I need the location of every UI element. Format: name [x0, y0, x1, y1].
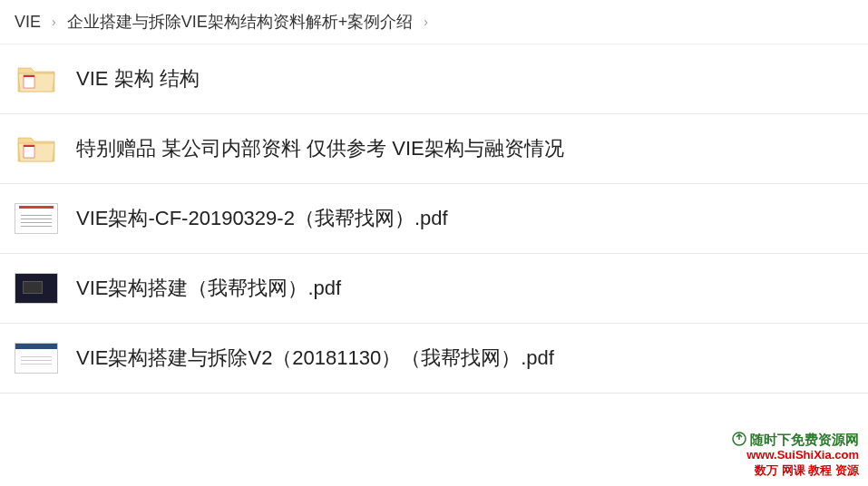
breadcrumb-item-root[interactable]: VIE	[15, 13, 41, 32]
breadcrumb: VIE › 企业搭建与拆除VIE架构结构资料解析+案例介绍 ›	[0, 0, 868, 44]
list-item[interactable]: VIE架构搭建与拆除V2（20181130）（我帮找网）.pdf	[0, 324, 868, 394]
svg-rect-1	[24, 75, 34, 77]
watermark-logo: 随时下免费资源网	[732, 431, 859, 449]
list-item[interactable]: VIE 架构 结构	[0, 44, 868, 114]
file-name: VIE架构搭建（我帮找网）.pdf	[76, 275, 341, 302]
svg-rect-2	[24, 145, 34, 158]
file-name: VIE架构-CF-20190329-2（我帮找网）.pdf	[76, 205, 448, 232]
svg-rect-3	[24, 145, 34, 147]
list-item[interactable]: VIE架构-CF-20190329-2（我帮找网）.pdf	[0, 184, 868, 254]
file-name: 特别赠品 某公司内部资料 仅供参考 VIE架构与融资情况	[76, 135, 564, 162]
watermark: 随时下免费资源网 www.SuiShiXia.com 数万 网课 教程 资源	[732, 431, 859, 479]
pdf-thumbnail-icon	[15, 200, 58, 237]
pdf-thumbnail-icon	[15, 270, 58, 306]
folder-icon	[15, 61, 58, 97]
chevron-right-icon: ›	[424, 15, 428, 29]
watermark-subtitle: 数万 网课 教程 资源	[732, 463, 859, 479]
watermark-url: www.SuiShiXia.com	[732, 448, 859, 463]
file-list: VIE 架构 结构 特别赠品 某公司内部资料 仅供参考 VIE架构与融资情况 V…	[0, 44, 868, 394]
chevron-right-icon: ›	[52, 15, 56, 29]
list-item[interactable]: 特别赠品 某公司内部资料 仅供参考 VIE架构与融资情况	[0, 114, 868, 184]
folder-icon	[15, 131, 58, 167]
pdf-thumbnail-icon	[15, 340, 58, 376]
list-item[interactable]: VIE架构搭建（我帮找网）.pdf	[0, 254, 868, 324]
svg-rect-0	[24, 75, 34, 88]
breadcrumb-item-folder[interactable]: 企业搭建与拆除VIE架构结构资料解析+案例介绍	[67, 11, 414, 33]
file-name: VIE架构搭建与拆除V2（20181130）（我帮找网）.pdf	[76, 345, 554, 372]
file-name: VIE 架构 结构	[76, 65, 200, 92]
watermark-title: 随时下免费资源网	[750, 431, 859, 449]
